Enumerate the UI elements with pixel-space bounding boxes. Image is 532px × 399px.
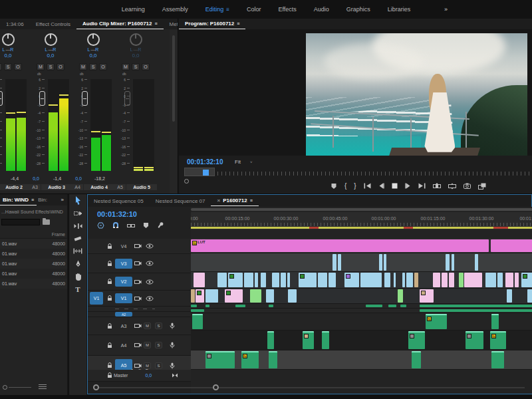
- sync-lock-icon[interactable]: [132, 296, 144, 301]
- sync-lock-icon[interactable]: [132, 243, 144, 249]
- voiceover-mic-icon[interactable]: [166, 362, 178, 369]
- tab-bin-other[interactable]: Bin:: [37, 195, 49, 205]
- keyframe-button[interactable]: O: [57, 63, 65, 70]
- timeline-clip[interactable]: [406, 273, 413, 287]
- timeline-clip[interactable]: [322, 331, 329, 349]
- lock-icon[interactable]: [105, 342, 114, 348]
- timeline-clip[interactable]: [194, 273, 205, 287]
- track-solo-button[interactable]: S: [155, 362, 162, 369]
- timeline-tab-nested-sequence-05[interactable]: Nested Sequence 05: [88, 196, 150, 206]
- track-header-a4[interactable]: A4MS: [88, 335, 191, 356]
- timeline-clip[interactable]: [420, 305, 532, 307]
- timeline-clip[interactable]: [191, 309, 204, 312]
- step-forward-button[interactable]: [405, 183, 411, 189]
- timeline-settings-icon[interactable]: [157, 222, 164, 229]
- panel-menu-icon[interactable]: ≡: [155, 21, 158, 26]
- mark-out-button[interactable]: }: [354, 182, 356, 190]
- razor-tool[interactable]: [69, 232, 86, 245]
- bin-zoom-slider[interactable]: [3, 385, 7, 390]
- timeline-clip[interactable]: [281, 273, 286, 287]
- timeline-clip[interactable]: [269, 305, 273, 307]
- timeline-tab-p1600712[interactable]: ×P1600712≡: [211, 196, 258, 206]
- timeline-clip[interactable]: [420, 289, 434, 303]
- mute-button[interactable]: M: [79, 63, 87, 70]
- track-header-a2[interactable]: A2: [88, 312, 191, 317]
- timeline-clip[interactable]: [318, 273, 327, 287]
- track-header-v1[interactable]: V1V1: [88, 291, 191, 307]
- timeline-clip[interactable]: fx: [490, 331, 506, 349]
- track-name-v4[interactable]: V4: [115, 241, 132, 251]
- workspace-tab-editing[interactable]: Editing≡: [205, 6, 229, 13]
- panel-menu-icon[interactable]: ≡: [237, 21, 239, 26]
- timeline-clip[interactable]: [475, 254, 478, 271]
- type-tool[interactable]: T: [69, 283, 86, 295]
- close-tab-icon[interactable]: ×: [217, 198, 220, 203]
- timeline-clip[interactable]: [332, 254, 336, 271]
- timeline-clip[interactable]: [507, 289, 512, 303]
- tab-met[interactable]: Met: [164, 19, 178, 29]
- sync-lock-icon[interactable]: [132, 261, 144, 266]
- timeline-clip[interactable]: [398, 289, 403, 303]
- timeline-clip[interactable]: [191, 305, 197, 307]
- timeline-clip[interactable]: [521, 273, 532, 287]
- timeline-clip[interactable]: [414, 273, 418, 287]
- timeline-clip[interactable]: [272, 273, 279, 287]
- timeline-clip[interactable]: [491, 314, 499, 329]
- timeline-clip[interactable]: [205, 289, 218, 303]
- timeline-clip[interactable]: [446, 254, 450, 271]
- mute-button[interactable]: M: [0, 63, 2, 70]
- slip-tool[interactable]: [69, 245, 86, 257]
- pan-knob[interactable]: [45, 33, 57, 46]
- solo-button[interactable]: S: [132, 63, 140, 70]
- bin-file-row[interactable]: 01.wav48000: [0, 249, 67, 259]
- zoom-level-dropdown[interactable]: Fit˅: [235, 159, 252, 165]
- timeline-clip[interactable]: [196, 289, 204, 303]
- timeline-clip[interactable]: [266, 289, 274, 303]
- track-name-v2[interactable]: V2: [115, 277, 132, 287]
- timeline-timecode[interactable]: 00:01:32:10: [88, 207, 191, 218]
- timeline-clip[interactable]: [235, 305, 245, 307]
- pan-knob[interactable]: [130, 33, 142, 46]
- track-solo-button[interactable]: S: [155, 323, 162, 329]
- track-mute-button[interactable]: M: [144, 342, 151, 348]
- lock-icon[interactable]: [105, 243, 114, 249]
- sync-lock-icon[interactable]: [132, 279, 144, 285]
- ripple-edit-tool[interactable]: [69, 219, 86, 232]
- bin-file-row[interactable]: 01.wav48000: [0, 259, 67, 269]
- workspace-tab-color[interactable]: Color: [247, 6, 261, 13]
- timeline-clip[interactable]: [527, 289, 532, 303]
- solo-button[interactable]: S: [89, 63, 97, 70]
- lock-icon[interactable]: [105, 362, 114, 368]
- hand-tool[interactable]: [69, 270, 86, 283]
- go-to-in-button[interactable]: [364, 183, 371, 189]
- mute-button[interactable]: M: [37, 63, 45, 70]
- workspace-tab-libraries[interactable]: Libraries: [388, 6, 411, 13]
- track-solo-button[interactable]: S: [155, 342, 162, 348]
- track-visibility-eye-icon[interactable]: [144, 279, 155, 285]
- timeline-clip[interactable]: [497, 273, 503, 287]
- timeline-clip[interactable]: [452, 254, 454, 271]
- workspace-tab-effects[interactable]: Effects: [278, 6, 296, 13]
- track-visibility-eye-icon[interactable]: [144, 261, 155, 266]
- timeline-clip[interactable]: [192, 314, 203, 329]
- track-header-v4[interactable]: V4: [88, 239, 191, 254]
- keyframe-button[interactable]: O: [99, 63, 107, 70]
- volume-fader[interactable]: [82, 91, 88, 106]
- volume-fader[interactable]: [124, 91, 130, 106]
- lift-button[interactable]: [433, 183, 441, 190]
- add-marker-button[interactable]: [143, 222, 149, 229]
- bin-file-row[interactable]: 01.wav48000: [0, 239, 67, 249]
- solo-button[interactable]: S: [4, 63, 12, 70]
- list-view-icon[interactable]: [39, 384, 47, 390]
- master-volume-value[interactable]: 0,0: [145, 373, 152, 378]
- extract-button[interactable]: [448, 183, 456, 190]
- timeline-clip[interactable]: [485, 273, 496, 287]
- sync-lock-icon[interactable]: [132, 342, 144, 348]
- program-zoom-scrollbar[interactable]: [184, 168, 215, 176]
- track-header-v3[interactable]: V3: [88, 254, 191, 273]
- bin-overflow-icon[interactable]: »: [61, 197, 67, 203]
- frame-rate-column[interactable]: Frame: [52, 232, 65, 237]
- bin-column-headers[interactable]: Frame: [0, 225, 67, 239]
- pan-value[interactable]: 0,0: [0, 53, 29, 59]
- timeline-clip[interactable]: [303, 331, 314, 349]
